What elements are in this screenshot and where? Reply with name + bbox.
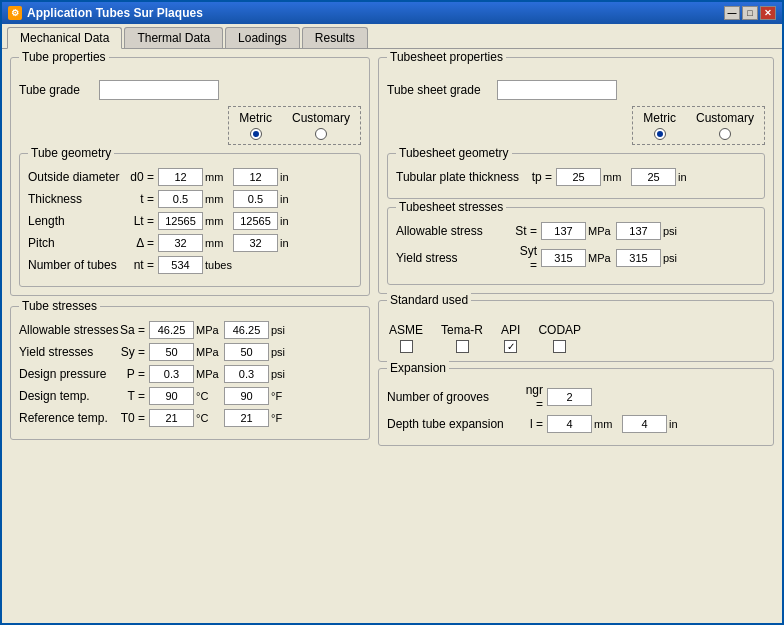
tubesheet-yield-symbol: Syt = <box>511 244 541 272</box>
tube-number-unit: tubes <box>203 259 231 271</box>
tubesheet-geometry-group: Tubesheet geometry Tubular plate thickne… <box>387 153 765 199</box>
standard-tema-checkbox[interactable] <box>456 340 469 353</box>
tube-od-row: Outside diameter d0 = mm in <box>28 168 352 186</box>
tubesheet-properties-title: Tubesheet properties <box>387 50 506 64</box>
tube-ref-temp-mm-input[interactable] <box>149 409 194 427</box>
tube-grade-input[interactable] <box>99 80 219 100</box>
depth-mm-input[interactable] <box>547 415 592 433</box>
standard-group: Standard used ASME Tema-R API <box>378 300 774 362</box>
tube-pitch-symbol: Δ = <box>128 236 158 250</box>
tube-thickness-symbol: t = <box>128 192 158 206</box>
standard-codap-checkbox[interactable] <box>553 340 566 353</box>
tube-thickness-mm-input[interactable] <box>158 190 203 208</box>
tube-od-symbol: d0 = <box>128 170 158 184</box>
tubesheet-thickness-mm-input[interactable] <box>556 168 601 186</box>
tube-design-temp-in-input[interactable] <box>224 387 269 405</box>
tube-pressure-in-input[interactable] <box>224 365 269 383</box>
tubesheet-thickness-in-unit: in <box>676 171 696 183</box>
tube-customary-radio[interactable] <box>315 128 327 140</box>
depth-in-input[interactable] <box>622 415 667 433</box>
depth-mm-unit: mm <box>592 418 620 430</box>
tube-number-row: Number of tubes nt = tubes <box>28 256 352 274</box>
tubesheet-customary-radio[interactable] <box>719 128 731 140</box>
tubesheet-thickness-symbol: tp = <box>526 170 556 184</box>
tube-grade-row: Tube grade <box>19 80 361 100</box>
tube-allowable-label: Allowable stresses <box>19 323 119 337</box>
standard-api-checkbox[interactable] <box>504 340 517 353</box>
tube-unit-toggle: Metric Customary <box>228 106 361 145</box>
tube-number-symbol: nt = <box>128 258 158 272</box>
tube-properties-group: Tube properties Tube grade Metric <box>10 57 370 296</box>
tube-allowable-in-input[interactable] <box>224 321 269 339</box>
tube-yield-label: Yield stresses <box>19 345 119 359</box>
tube-pitch-in-input[interactable] <box>233 234 278 252</box>
tube-pressure-row: Design pressure P = MPa psi <box>19 365 361 383</box>
tube-thickness-in-input[interactable] <box>233 190 278 208</box>
tab-results[interactable]: Results <box>302 27 368 48</box>
tube-ref-temp-symbol: T0 = <box>119 411 149 425</box>
tab-bar: Mechanical Data Thermal Data Loadings Re… <box>2 24 782 49</box>
tube-pitch-mm-input[interactable] <box>158 234 203 252</box>
close-button[interactable]: ✕ <box>760 6 776 20</box>
tubesheet-allowable-mm-input[interactable] <box>541 222 586 240</box>
tube-length-mm-input[interactable] <box>158 212 203 230</box>
standard-api: API <box>501 323 520 353</box>
tube-od-in-input[interactable] <box>233 168 278 186</box>
tube-design-temp-symbol: T = <box>119 389 149 403</box>
grooves-input[interactable] <box>547 388 592 406</box>
tube-number-input[interactable] <box>158 256 203 274</box>
tubesheet-thickness-mm-unit: mm <box>601 171 629 183</box>
tube-length-in-unit: in <box>278 215 298 227</box>
tubesheet-stresses-group: Tubesheet stresses Allowable stress St =… <box>387 207 765 285</box>
tubesheet-yield-in-input[interactable] <box>616 249 661 267</box>
tubesheet-yield-mm-input[interactable] <box>541 249 586 267</box>
tubesheet-thickness-in-input[interactable] <box>631 168 676 186</box>
tube-ref-temp-in-input[interactable] <box>224 409 269 427</box>
depth-in-unit: in <box>667 418 687 430</box>
app-icon: ⚙ <box>8 6 22 20</box>
tube-pitch-row: Pitch Δ = mm in <box>28 234 352 252</box>
tube-design-temp-mm-input[interactable] <box>149 387 194 405</box>
tubesheet-allowable-symbol: St = <box>511 224 541 238</box>
tab-mechanical-data[interactable]: Mechanical Data <box>7 27 122 49</box>
tube-stresses-title: Tube stresses <box>19 299 100 313</box>
grooves-symbol: ngr = <box>517 383 547 411</box>
tab-loadings[interactable]: Loadings <box>225 27 300 48</box>
tube-pressure-label: Design pressure <box>19 367 119 381</box>
tube-stresses-group: Tube stresses Allowable stresses Sa = MP… <box>10 306 370 440</box>
maximize-button[interactable]: □ <box>742 6 758 20</box>
tubesheet-yield-row: Yield stress Syt = MPa psi <box>396 244 756 272</box>
tubesheet-geometry-title: Tubesheet geometry <box>396 146 512 160</box>
tube-geometry-group: Tube geometry Outside diameter d0 = mm i… <box>19 153 361 287</box>
tubesheet-metric-radio[interactable] <box>654 128 666 140</box>
minimize-button[interactable]: — <box>724 6 740 20</box>
tubesheet-allowable-in-input[interactable] <box>616 222 661 240</box>
tubesheet-allowable-in-unit: psi <box>661 225 681 237</box>
tube-thickness-label: Thickness <box>28 192 128 206</box>
tube-unit-metric[interactable]: Metric <box>239 111 272 140</box>
tubesheet-unit-customary[interactable]: Customary <box>696 111 754 140</box>
tab-thermal-data[interactable]: Thermal Data <box>124 27 223 48</box>
tube-metric-radio[interactable] <box>250 128 262 140</box>
tube-allowable-in-unit: psi <box>269 324 289 336</box>
tubesheet-allowable-label: Allowable stress <box>396 224 511 238</box>
tube-number-label: Number of tubes <box>28 258 128 272</box>
tube-unit-customary[interactable]: Customary <box>292 111 350 140</box>
tube-pressure-mm-input[interactable] <box>149 365 194 383</box>
tube-allowable-mm-input[interactable] <box>149 321 194 339</box>
tube-length-in-input[interactable] <box>233 212 278 230</box>
tube-yield-in-input[interactable] <box>224 343 269 361</box>
tube-yield-in-unit: psi <box>269 346 289 358</box>
standard-tema: Tema-R <box>441 323 483 353</box>
tube-od-mm-input[interactable] <box>158 168 203 186</box>
tubesheet-grade-input[interactable] <box>497 80 617 100</box>
tube-od-in-unit: in <box>278 171 298 183</box>
tube-design-temp-mm-unit: °C <box>194 390 222 402</box>
tubesheet-unit-toggle: Metric Customary <box>632 106 765 145</box>
standard-asme-checkbox[interactable] <box>400 340 413 353</box>
tube-yield-row: Yield stresses Sy = MPa psi <box>19 343 361 361</box>
tubesheet-unit-metric[interactable]: Metric <box>643 111 676 140</box>
tube-pitch-mm-unit: mm <box>203 237 231 249</box>
tube-yield-mm-input[interactable] <box>149 343 194 361</box>
tube-pressure-symbol: P = <box>119 367 149 381</box>
